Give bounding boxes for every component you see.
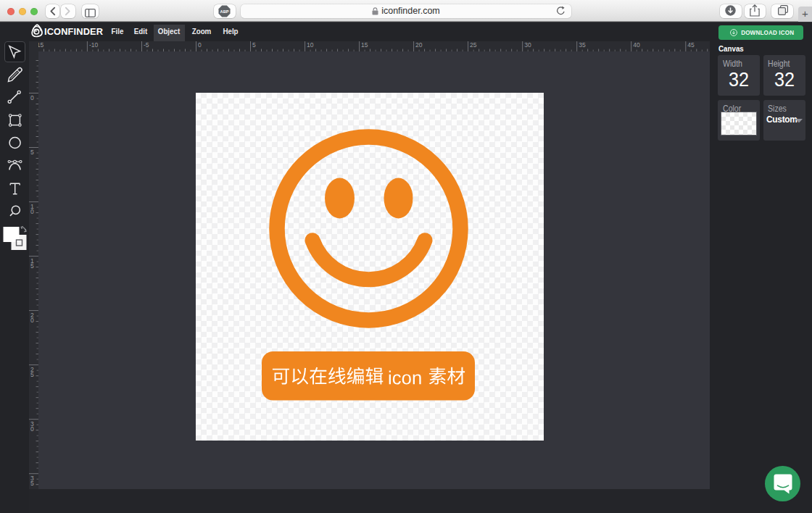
svg-text:0: 0 (198, 41, 202, 49)
svg-text:-15: -15 (38, 41, 44, 49)
svg-text:5: 5 (30, 262, 34, 270)
svg-text:25: 25 (470, 41, 477, 49)
svg-text:45: 45 (687, 41, 695, 49)
svg-text:5: 5 (30, 149, 34, 156)
svg-text:35: 35 (579, 41, 586, 49)
svg-text:-5: -5 (144, 41, 149, 49)
svg-text:-10: -10 (89, 41, 99, 49)
svg-text:5: 5 (252, 41, 256, 49)
svg-text:10: 10 (307, 41, 314, 49)
svg-text:30: 30 (524, 41, 531, 49)
svg-text:20: 20 (415, 41, 423, 49)
svg-text:0: 0 (30, 317, 34, 324)
svg-text:0: 0 (30, 208, 34, 215)
svg-text:5: 5 (30, 371, 34, 378)
svg-text:0: 0 (30, 425, 34, 433)
svg-text:ABP: ABP (220, 9, 229, 14)
svg-text:15: 15 (361, 41, 368, 49)
svg-text:5: 5 (30, 480, 34, 487)
svg-text:40: 40 (633, 41, 640, 49)
svg-text:0: 0 (30, 94, 34, 101)
